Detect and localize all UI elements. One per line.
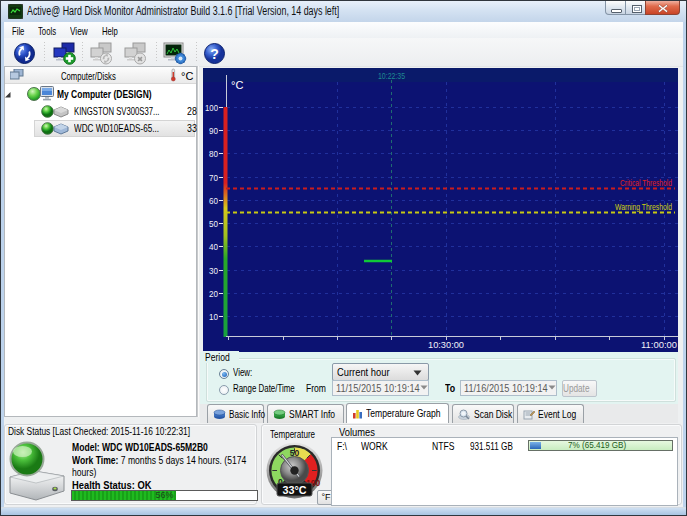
svg-text:20: 20 — [209, 288, 218, 299]
svg-text:33°C: 33°C — [283, 485, 307, 496]
svg-text:30: 30 — [209, 265, 218, 276]
svg-text:50: 50 — [209, 218, 218, 229]
svg-text:60: 60 — [209, 195, 218, 206]
svg-text:100: 100 — [205, 102, 218, 113]
svg-text:40: 40 — [209, 241, 218, 252]
svg-text:10: 10 — [209, 311, 218, 322]
svg-text:70: 70 — [209, 172, 218, 183]
svg-text:90: 90 — [209, 125, 218, 136]
svg-text:?: ? — [210, 46, 219, 62]
svg-text:50: 50 — [290, 448, 300, 458]
svg-text:10:22:35: 10:22:35 — [378, 70, 405, 81]
svg-text:11:00:00: 11:00:00 — [641, 339, 677, 350]
svg-text:80: 80 — [209, 148, 218, 159]
svg-text:10:30:00: 10:30:00 — [428, 339, 464, 350]
svg-text:Warning Threshold: Warning Threshold — [615, 201, 672, 212]
svg-text:°C: °C — [231, 79, 243, 91]
svg-text:Critical Threshold: Critical Threshold — [620, 177, 672, 188]
